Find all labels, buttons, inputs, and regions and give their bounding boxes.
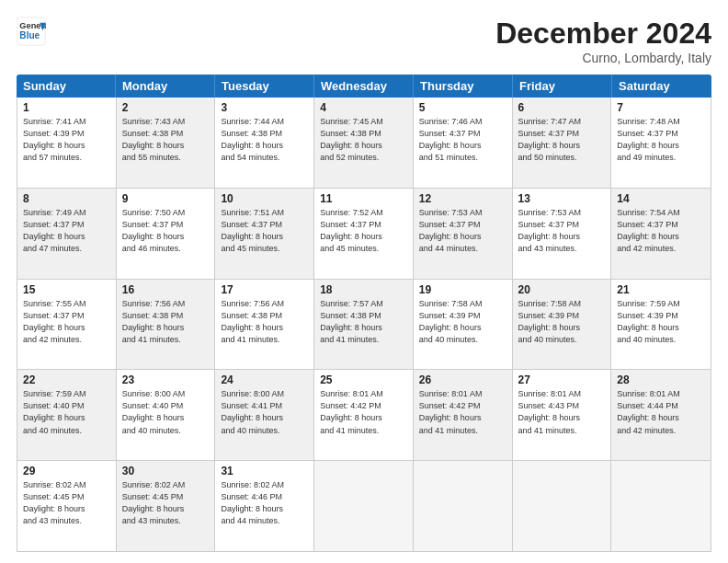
table-row: 19Sunrise: 7:58 AMSunset: 4:39 PMDayligh… <box>414 280 513 370</box>
calendar-week-1: 1Sunrise: 7:41 AMSunset: 4:39 PMDaylight… <box>17 98 711 189</box>
page: General Blue December 2024 Curno, Lombar… <box>0 0 728 563</box>
table-row: 22Sunrise: 7:59 AMSunset: 4:40 PMDayligh… <box>17 370 117 460</box>
header-monday: Monday <box>116 75 215 98</box>
table-row: 7Sunrise: 7:48 AMSunset: 4:37 PMDaylight… <box>611 98 711 188</box>
table-row: 18Sunrise: 7:57 AMSunset: 4:38 PMDayligh… <box>314 280 414 370</box>
table-row: 9Sunrise: 7:50 AMSunset: 4:37 PMDaylight… <box>117 189 216 279</box>
table-row: 28Sunrise: 8:01 AMSunset: 4:44 PMDayligh… <box>611 370 711 460</box>
header-thursday: Thursday <box>414 75 513 98</box>
table-row: 10Sunrise: 7:51 AMSunset: 4:37 PMDayligh… <box>215 189 314 279</box>
table-row: 2Sunrise: 7:43 AMSunset: 4:38 PMDaylight… <box>117 98 216 188</box>
header-friday: Friday <box>513 75 612 98</box>
calendar-week-3: 15Sunrise: 7:55 AMSunset: 4:37 PMDayligh… <box>17 280 711 371</box>
table-row: 1Sunrise: 7:41 AMSunset: 4:39 PMDaylight… <box>17 98 117 188</box>
header-tuesday: Tuesday <box>215 75 314 98</box>
table-row <box>611 461 711 551</box>
logo: General Blue <box>17 17 46 46</box>
calendar-week-5: 29Sunrise: 8:02 AMSunset: 4:45 PMDayligh… <box>17 461 711 551</box>
table-row: 12Sunrise: 7:53 AMSunset: 4:37 PMDayligh… <box>414 189 513 279</box>
table-row: 4Sunrise: 7:45 AMSunset: 4:38 PMDaylight… <box>314 98 414 188</box>
table-row: 6Sunrise: 7:47 AMSunset: 4:37 PMDaylight… <box>513 98 612 188</box>
table-row: 14Sunrise: 7:54 AMSunset: 4:37 PMDayligh… <box>611 189 711 279</box>
table-row: 25Sunrise: 8:01 AMSunset: 4:42 PMDayligh… <box>314 370 414 460</box>
header-saturday: Saturday <box>612 75 711 98</box>
location: Curno, Lombardy, Italy <box>495 51 711 65</box>
table-row: 20Sunrise: 7:58 AMSunset: 4:39 PMDayligh… <box>513 280 612 370</box>
table-row: 13Sunrise: 7:53 AMSunset: 4:37 PMDayligh… <box>513 189 612 279</box>
table-row: 30Sunrise: 8:02 AMSunset: 4:45 PMDayligh… <box>117 461 216 551</box>
svg-text:Blue: Blue <box>19 30 40 40</box>
table-row: 15Sunrise: 7:55 AMSunset: 4:37 PMDayligh… <box>17 280 117 370</box>
table-row: 24Sunrise: 8:00 AMSunset: 4:41 PMDayligh… <box>215 370 314 460</box>
table-row: 26Sunrise: 8:01 AMSunset: 4:42 PMDayligh… <box>414 370 513 460</box>
calendar-body: 1Sunrise: 7:41 AMSunset: 4:39 PMDaylight… <box>17 98 711 552</box>
table-row: 8Sunrise: 7:49 AMSunset: 4:37 PMDaylight… <box>17 189 117 279</box>
table-row: 11Sunrise: 7:52 AMSunset: 4:37 PMDayligh… <box>314 189 414 279</box>
calendar-header: Sunday Monday Tuesday Wednesday Thursday… <box>17 75 711 98</box>
table-row: 27Sunrise: 8:01 AMSunset: 4:43 PMDayligh… <box>513 370 612 460</box>
calendar-week-2: 8Sunrise: 7:49 AMSunset: 4:37 PMDaylight… <box>17 189 711 280</box>
table-row: 17Sunrise: 7:56 AMSunset: 4:38 PMDayligh… <box>215 280 314 370</box>
calendar-week-4: 22Sunrise: 7:59 AMSunset: 4:40 PMDayligh… <box>17 370 711 461</box>
logo-icon: General Blue <box>17 17 46 46</box>
table-row <box>414 461 513 551</box>
calendar: Sunday Monday Tuesday Wednesday Thursday… <box>17 75 711 552</box>
month-title: December 2024 <box>495 17 711 51</box>
header-wednesday: Wednesday <box>314 75 414 98</box>
table-row: 3Sunrise: 7:44 AMSunset: 4:38 PMDaylight… <box>215 98 314 188</box>
table-row: 31Sunrise: 8:02 AMSunset: 4:46 PMDayligh… <box>215 461 314 551</box>
table-row: 29Sunrise: 8:02 AMSunset: 4:45 PMDayligh… <box>17 461 117 551</box>
table-row <box>314 461 414 551</box>
table-row: 5Sunrise: 7:46 AMSunset: 4:37 PMDaylight… <box>414 98 513 188</box>
header-sunday: Sunday <box>17 75 116 98</box>
table-row: 21Sunrise: 7:59 AMSunset: 4:39 PMDayligh… <box>611 280 711 370</box>
table-row: 23Sunrise: 8:00 AMSunset: 4:40 PMDayligh… <box>117 370 216 460</box>
table-row <box>513 461 612 551</box>
header: General Blue December 2024 Curno, Lombar… <box>17 17 711 65</box>
title-block: December 2024 Curno, Lombardy, Italy <box>495 17 711 65</box>
table-row: 16Sunrise: 7:56 AMSunset: 4:38 PMDayligh… <box>117 280 216 370</box>
